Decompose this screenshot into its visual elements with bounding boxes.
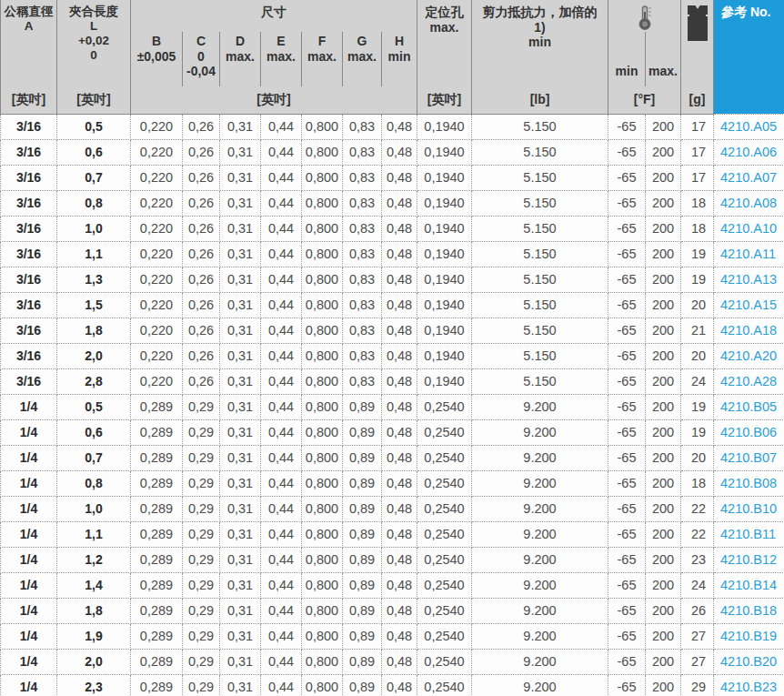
reference-link[interactable]: 4210.B12	[720, 552, 777, 567]
cell-dim-h: 0,48	[382, 267, 417, 292]
reference-link[interactable]: 4210.A11	[720, 247, 776, 261]
cell-dim-g: 0,89	[343, 674, 382, 696]
cell-shear: 9.200	[472, 649, 608, 674]
table-row: 3/161,00,2200,260,310,440,8000,830,480,1…	[1, 216, 784, 241]
cell-weight: 24	[681, 572, 714, 598]
reference-link[interactable]: 4210.B08	[720, 476, 777, 490]
reference-link[interactable]: 4210.A06	[720, 145, 777, 159]
cell-reference: 4210.B23	[714, 674, 784, 696]
table-body: 3/160,50,2200,260,310,440,8000,830,480,1…	[1, 114, 784, 696]
cell-dim-d: 0,31	[220, 674, 261, 696]
cell-dim-e: 0,44	[261, 572, 302, 598]
reference-link[interactable]: 4210.B14	[720, 578, 777, 592]
cell-dim-d: 0,31	[220, 572, 261, 598]
reference-link[interactable]: 4210.B18	[720, 603, 777, 618]
cell-pilot-hole: 0,2540	[417, 674, 472, 696]
cell-dim-c: 0,26	[183, 343, 220, 368]
cell-length-l: 1,1	[57, 521, 131, 547]
cell-diameter-a: 3/16	[1, 216, 57, 241]
cell-diameter-a: 1/4	[1, 572, 57, 598]
header-nominal-diameter: 公稱直徑 A	[1, 0, 57, 86]
reference-link[interactable]: 4210.B06	[720, 425, 777, 439]
cell-diameter-a: 1/4	[1, 547, 57, 572]
cell-weight: 17	[681, 114, 714, 139]
table-row: 3/162,00,2200,260,310,440,8000,830,480,1…	[1, 343, 784, 368]
cell-diameter-a: 3/16	[1, 114, 57, 139]
cell-reference: 4210.A13	[714, 267, 784, 292]
cell-dim-e: 0,44	[261, 318, 302, 343]
cell-diameter-a: 3/16	[1, 139, 57, 165]
cell-diameter-a: 3/16	[1, 241, 57, 267]
cell-dim-g: 0,89	[343, 394, 382, 419]
unit-inch-l: [英吋]	[57, 86, 131, 114]
cell-dim-g: 0,83	[343, 241, 382, 267]
table-row: 1/42,30,2890,290,310,440,8000,890,480,25…	[1, 674, 784, 696]
reference-link[interactable]: 4210.B20	[720, 654, 777, 669]
cell-temp-min: -65	[608, 419, 646, 445]
cell-shear: 5.150	[472, 368, 608, 394]
cell-dim-b: 0,220	[131, 292, 183, 318]
reference-link[interactable]: 4210.B23	[720, 680, 777, 694]
reference-link[interactable]: 4210.A13	[720, 272, 777, 287]
cell-dim-d: 0,31	[220, 368, 261, 394]
reference-link[interactable]: 4210.B07	[720, 450, 777, 465]
cell-shear: 5.150	[472, 165, 608, 190]
cell-shear: 9.200	[472, 598, 608, 623]
cell-dim-h: 0,48	[382, 419, 417, 445]
cell-shear: 5.150	[472, 114, 608, 139]
cell-dim-e: 0,44	[261, 368, 302, 394]
header-dim-c: C 0 -0,04	[183, 32, 220, 86]
cell-temp-min: -65	[608, 318, 646, 343]
cell-dim-b: 0,289	[131, 394, 183, 419]
cell-dim-g: 0,89	[343, 496, 382, 521]
reference-link[interactable]: 4210.A18	[720, 323, 777, 338]
cell-dim-h: 0,48	[382, 114, 417, 139]
reference-link[interactable]: 4210.B10	[720, 501, 777, 516]
table-row: 3/160,50,2200,260,310,440,8000,830,480,1…	[1, 114, 784, 139]
reference-link[interactable]: 4210.B05	[720, 399, 777, 414]
cell-pilot-hole: 0,2540	[417, 496, 472, 521]
cell-dim-f: 0,800	[302, 318, 343, 343]
reference-link[interactable]: 4210.A08	[720, 196, 777, 210]
cell-dim-c: 0,26	[183, 318, 220, 343]
reference-link[interactable]: 4210.A10	[720, 221, 777, 236]
cell-reference: 4210.B08	[714, 470, 784, 496]
cell-pilot-hole: 0,1940	[417, 114, 472, 139]
cell-dim-d: 0,31	[220, 623, 261, 649]
cell-temp-min: -65	[608, 598, 646, 623]
reference-link[interactable]: 4210.A15	[720, 298, 777, 312]
cell-dim-f: 0,800	[302, 216, 343, 241]
reference-link[interactable]: 4210.B19	[720, 629, 777, 643]
unit-fahrenheit: [°F]	[608, 86, 681, 114]
cell-reference: 4210.B18	[714, 598, 784, 623]
cell-dim-f: 0,800	[302, 674, 343, 696]
reference-link[interactable]: 4210.B11	[720, 527, 776, 541]
cell-dim-e: 0,44	[261, 394, 302, 419]
header-temperature-group	[608, 0, 681, 32]
cell-reference: 4210.A15	[714, 292, 784, 318]
cell-pilot-hole: 0,2540	[417, 598, 472, 623]
cell-dim-e: 0,44	[261, 190, 302, 216]
cell-weight: 19	[681, 394, 714, 419]
cell-dim-b: 0,220	[131, 343, 183, 368]
cell-dim-b: 0,220	[131, 368, 183, 394]
cell-temp-min: -65	[608, 241, 646, 267]
cell-temp-min: -65	[608, 572, 646, 598]
cell-dim-d: 0,31	[220, 598, 261, 623]
cell-dim-e: 0,44	[261, 674, 302, 696]
cell-weight: 19	[681, 419, 714, 445]
reference-link[interactable]: 4210.A28	[720, 374, 777, 388]
cell-length-l: 1,4	[57, 572, 131, 598]
cell-dim-e: 0,44	[261, 521, 302, 547]
cell-shear: 5.150	[472, 267, 608, 292]
table-row: 1/41,10,2890,290,310,440,8000,890,480,25…	[1, 521, 784, 547]
cell-shear: 9.200	[472, 572, 608, 598]
cell-dim-h: 0,48	[382, 343, 417, 368]
cell-pilot-hole: 0,2540	[417, 547, 472, 572]
cell-shear: 5.150	[472, 343, 608, 368]
reference-link[interactable]: 4210.A05	[720, 119, 777, 134]
reference-link[interactable]: 4210.A20	[720, 348, 777, 363]
cell-dim-f: 0,800	[302, 649, 343, 674]
cell-temp-min: -65	[608, 190, 646, 216]
reference-link[interactable]: 4210.A07	[720, 170, 777, 185]
